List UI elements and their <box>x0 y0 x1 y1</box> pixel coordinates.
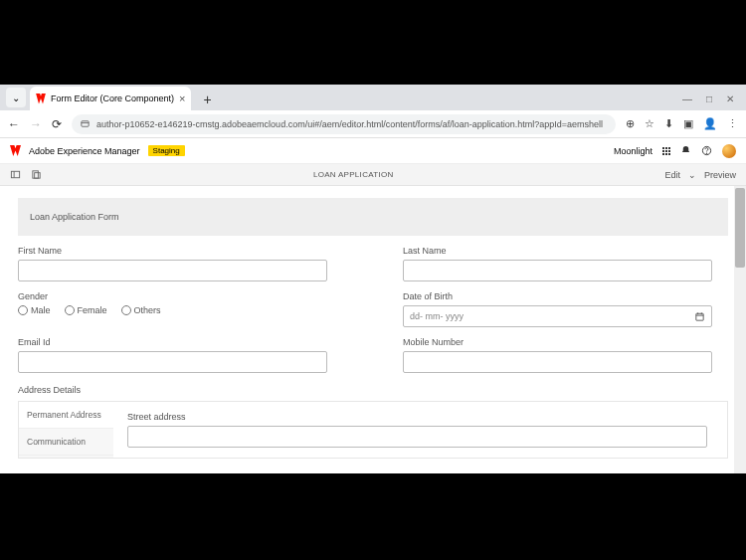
zoom-icon[interactable]: ⊕ <box>626 117 635 130</box>
browser-window: ⌄ Form Editor (Core Component) × + — □ ✕… <box>0 85 746 473</box>
user-avatar[interactable] <box>722 144 736 158</box>
close-tab-icon[interactable]: × <box>179 93 185 104</box>
extensions-icon[interactable]: ▣ <box>683 117 693 130</box>
env-badge: Staging <box>148 145 185 156</box>
scrollbar[interactable] <box>734 186 746 473</box>
page-info-icon[interactable] <box>31 169 42 180</box>
email-label: Email Id <box>18 337 343 347</box>
dob-input[interactable]: dd- mm- yyyy <box>403 305 712 327</box>
svg-rect-8 <box>695 313 702 320</box>
gender-male-option[interactable]: Male <box>18 305 51 315</box>
gender-others-option[interactable]: Others <box>121 305 161 315</box>
adobe-favicon <box>36 93 46 103</box>
svg-rect-4 <box>11 171 19 177</box>
svg-rect-0 <box>82 121 89 127</box>
aem-header: Adobe Experience Manager Staging Moonlig… <box>0 138 746 164</box>
tab-bar: ⌄ Form Editor (Core Component) × + — □ ✕ <box>0 85 746 110</box>
download-icon[interactable]: ⬇ <box>664 117 673 130</box>
svg-rect-6 <box>33 171 39 178</box>
apps-icon[interactable] <box>662 147 670 155</box>
help-icon[interactable] <box>701 145 712 156</box>
dob-placeholder: dd- mm- yyyy <box>410 311 464 321</box>
gender-female-option[interactable]: Female <box>65 305 107 315</box>
new-tab-button[interactable]: + <box>197 92 217 107</box>
profile-icon[interactable]: 👤 <box>703 117 717 130</box>
calendar-icon[interactable] <box>694 311 705 322</box>
tab-communication[interactable]: Communication <box>19 429 113 456</box>
preview-button[interactable]: Preview <box>704 170 736 180</box>
tab-title: Form Editor (Core Component) <box>51 93 174 103</box>
gender-radio-group: Male Female Others <box>18 305 343 315</box>
page-title: LOAN APPLICATION <box>42 170 664 179</box>
tenant-name: Moonlight <box>614 146 653 156</box>
gender-label: Gender <box>18 291 343 301</box>
last-name-input[interactable] <box>403 260 712 281</box>
maximize-icon[interactable]: □ <box>706 93 712 104</box>
form-container: Loan Application Form First Name Last Na… <box>0 186 746 473</box>
tab-content: Street address <box>113 402 727 458</box>
window-controls: — □ ✕ <box>682 93 746 104</box>
product-name: Adobe Experience Manager <box>29 146 140 156</box>
svg-point-3 <box>706 153 707 154</box>
address-tabs: Permanent Address Communication Street a… <box>18 401 728 459</box>
address-section-title: Address Details <box>18 385 728 395</box>
scroll-thumb[interactable] <box>735 188 745 268</box>
first-name-input[interactable] <box>18 260 327 281</box>
tab-search-button[interactable]: ⌄ <box>6 88 26 107</box>
editor-canvas: Loan Application Form First Name Last Na… <box>0 186 746 473</box>
address-bar: ← → ⟳ author-p10652-e146219-cmstg.adobea… <box>0 110 746 138</box>
url-input[interactable]: author-p10652-e146219-cmstg.adobeaemclou… <box>72 114 616 134</box>
minimize-icon[interactable]: — <box>682 93 692 104</box>
mode-edit[interactable]: Edit <box>664 170 680 180</box>
browser-tab[interactable]: Form Editor (Core Component) × <box>30 87 191 110</box>
svg-rect-7 <box>35 173 41 179</box>
form-title: Loan Application Form <box>18 198 728 236</box>
editor-toolbar: LOAN APPLICATION Edit ⌄ Preview <box>0 164 746 186</box>
forward-button[interactable]: → <box>30 117 42 131</box>
first-name-label: First Name <box>18 246 343 256</box>
browser-menu-icon[interactable]: ⋮ <box>727 117 738 130</box>
notifications-icon[interactable] <box>680 145 691 156</box>
last-name-label: Last Name <box>403 246 728 256</box>
mobile-input[interactable] <box>403 351 712 373</box>
bookmark-icon[interactable]: ☆ <box>645 117 654 130</box>
street-input[interactable] <box>127 426 707 448</box>
side-panel-icon[interactable] <box>10 169 21 180</box>
mode-chevron-icon[interactable]: ⌄ <box>688 170 696 180</box>
mobile-label: Mobile Number <box>403 337 728 347</box>
back-button[interactable]: ← <box>8 117 20 131</box>
tab-permanent-address[interactable]: Permanent Address <box>19 402 113 429</box>
vertical-tabs: Permanent Address Communication <box>19 402 113 458</box>
url-text: author-p10652-e146219-cmstg.adobeaemclou… <box>96 119 603 129</box>
close-window-icon[interactable]: ✕ <box>726 93 734 104</box>
street-label: Street address <box>127 412 713 422</box>
adobe-logo-icon <box>10 145 21 156</box>
reload-button[interactable]: ⟳ <box>52 117 62 131</box>
email-input[interactable] <box>18 351 327 373</box>
dob-label: Date of Birth <box>403 291 728 301</box>
site-settings-icon <box>80 118 91 129</box>
